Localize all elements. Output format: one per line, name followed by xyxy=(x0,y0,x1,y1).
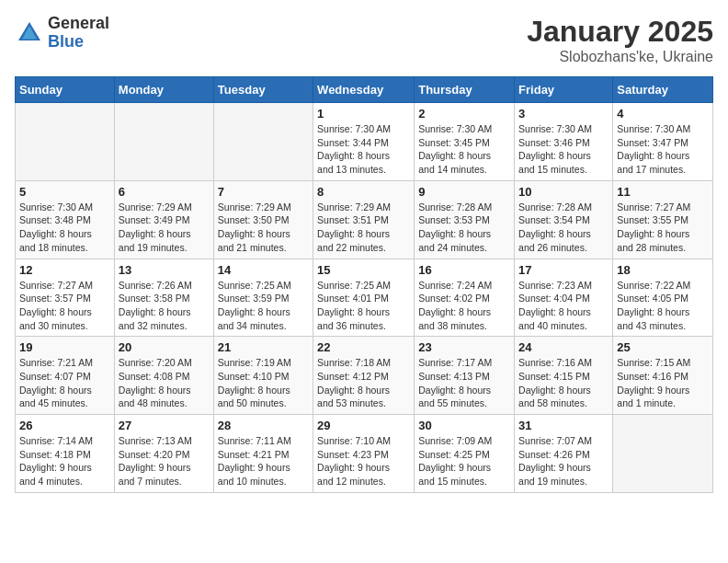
logo: General Blue xyxy=(15,15,109,52)
day-info: Sunrise: 7:30 AM Sunset: 3:47 PM Dayligh… xyxy=(617,122,709,177)
day-info: Sunrise: 7:22 AM Sunset: 4:05 PM Dayligh… xyxy=(617,279,709,333)
day-info: Sunrise: 7:26 AM Sunset: 3:58 PM Dayligh… xyxy=(119,279,210,333)
calendar-cell: 20Sunrise: 7:20 AM Sunset: 4:08 PM Dayli… xyxy=(114,337,213,415)
day-number: 8 xyxy=(317,185,410,199)
calendar-table: SundayMondayTuesdayWednesdayThursdayFrid… xyxy=(15,76,713,493)
calendar-cell: 22Sunrise: 7:18 AM Sunset: 4:12 PM Dayli… xyxy=(313,337,415,415)
calendar-cell: 24Sunrise: 7:16 AM Sunset: 4:15 PM Dayli… xyxy=(515,337,613,415)
logo-general: General xyxy=(48,15,109,33)
day-info: Sunrise: 7:16 AM Sunset: 4:15 PM Dayligh… xyxy=(518,356,609,410)
calendar-cell: 26Sunrise: 7:14 AM Sunset: 4:18 PM Dayli… xyxy=(16,415,115,493)
day-info: Sunrise: 7:28 AM Sunset: 3:54 PM Dayligh… xyxy=(518,201,609,255)
day-number: 5 xyxy=(19,185,110,199)
day-info: Sunrise: 7:29 AM Sunset: 3:50 PM Dayligh… xyxy=(218,201,309,255)
day-number: 31 xyxy=(518,419,609,432)
day-number: 10 xyxy=(518,185,609,199)
calendar-cell: 11Sunrise: 7:27 AM Sunset: 3:55 PM Dayli… xyxy=(613,180,713,259)
calendar-cell: 19Sunrise: 7:21 AM Sunset: 4:07 PM Dayli… xyxy=(16,337,115,415)
calendar-cell: 2Sunrise: 7:30 AM Sunset: 3:45 PM Daylig… xyxy=(415,103,515,181)
location-subtitle: Slobozhans'ke, Ukraine xyxy=(527,49,713,65)
day-number: 15 xyxy=(317,263,410,277)
day-info: Sunrise: 7:17 AM Sunset: 4:13 PM Dayligh… xyxy=(418,356,510,410)
calendar-week-row: 1Sunrise: 7:30 AM Sunset: 3:44 PM Daylig… xyxy=(16,103,713,181)
logo-icon xyxy=(15,18,44,48)
calendar-cell: 1Sunrise: 7:30 AM Sunset: 3:44 PM Daylig… xyxy=(313,103,415,181)
day-info: Sunrise: 7:27 AM Sunset: 3:55 PM Dayligh… xyxy=(617,201,709,255)
calendar-week-row: 12Sunrise: 7:27 AM Sunset: 3:57 PM Dayli… xyxy=(16,259,713,337)
calendar-cell: 4Sunrise: 7:30 AM Sunset: 3:47 PM Daylig… xyxy=(613,103,713,181)
title-block: January 2025 Slobozhans'ke, Ukraine xyxy=(527,15,713,65)
calendar-cell: 8Sunrise: 7:29 AM Sunset: 3:51 PM Daylig… xyxy=(313,180,415,259)
day-info: Sunrise: 7:20 AM Sunset: 4:08 PM Dayligh… xyxy=(119,356,210,410)
day-info: Sunrise: 7:13 AM Sunset: 4:20 PM Dayligh… xyxy=(119,434,210,488)
calendar-cell: 25Sunrise: 7:15 AM Sunset: 4:16 PM Dayli… xyxy=(613,337,713,415)
calendar-cell xyxy=(114,103,213,181)
calendar-cell xyxy=(613,415,713,493)
day-number: 22 xyxy=(317,340,410,354)
weekday-header: Friday xyxy=(515,77,613,103)
day-number: 1 xyxy=(317,107,410,121)
month-title: January 2025 xyxy=(527,15,713,49)
day-number: 21 xyxy=(218,340,309,354)
calendar-cell: 16Sunrise: 7:24 AM Sunset: 4:02 PM Dayli… xyxy=(415,259,515,337)
weekday-header: Thursday xyxy=(415,77,515,103)
day-info: Sunrise: 7:25 AM Sunset: 4:01 PM Dayligh… xyxy=(317,279,410,333)
day-number: 25 xyxy=(617,340,709,354)
day-info: Sunrise: 7:30 AM Sunset: 3:48 PM Dayligh… xyxy=(19,201,110,255)
calendar-cell: 14Sunrise: 7:25 AM Sunset: 3:59 PM Dayli… xyxy=(213,259,313,337)
day-number: 12 xyxy=(19,263,110,277)
day-info: Sunrise: 7:29 AM Sunset: 3:49 PM Dayligh… xyxy=(119,201,210,255)
day-number: 24 xyxy=(518,340,609,354)
day-info: Sunrise: 7:25 AM Sunset: 3:59 PM Dayligh… xyxy=(218,279,309,333)
day-info: Sunrise: 7:11 AM Sunset: 4:21 PM Dayligh… xyxy=(218,434,309,488)
calendar-cell: 13Sunrise: 7:26 AM Sunset: 3:58 PM Dayli… xyxy=(114,259,213,337)
day-info: Sunrise: 7:18 AM Sunset: 4:12 PM Dayligh… xyxy=(317,356,410,410)
day-info: Sunrise: 7:30 AM Sunset: 3:44 PM Dayligh… xyxy=(317,122,410,177)
weekday-header: Monday xyxy=(114,77,213,103)
calendar-cell: 15Sunrise: 7:25 AM Sunset: 4:01 PM Dayli… xyxy=(313,259,415,337)
calendar-week-row: 5Sunrise: 7:30 AM Sunset: 3:48 PM Daylig… xyxy=(16,180,713,259)
calendar-cell: 6Sunrise: 7:29 AM Sunset: 3:49 PM Daylig… xyxy=(114,180,213,259)
day-number: 13 xyxy=(119,263,210,277)
logo-text: General Blue xyxy=(48,15,109,52)
calendar-cell: 18Sunrise: 7:22 AM Sunset: 4:05 PM Dayli… xyxy=(613,259,713,337)
calendar-cell: 30Sunrise: 7:09 AM Sunset: 4:25 PM Dayli… xyxy=(415,415,515,493)
day-number: 16 xyxy=(418,263,510,277)
day-number: 23 xyxy=(418,340,510,354)
day-number: 7 xyxy=(218,185,309,199)
day-number: 18 xyxy=(617,263,709,277)
calendar-cell: 17Sunrise: 7:23 AM Sunset: 4:04 PM Dayli… xyxy=(515,259,613,337)
calendar-cell xyxy=(213,103,313,181)
calendar-cell: 10Sunrise: 7:28 AM Sunset: 3:54 PM Dayli… xyxy=(515,180,613,259)
calendar-cell: 21Sunrise: 7:19 AM Sunset: 4:10 PM Dayli… xyxy=(213,337,313,415)
calendar-week-row: 26Sunrise: 7:14 AM Sunset: 4:18 PM Dayli… xyxy=(16,415,713,493)
calendar-cell: 23Sunrise: 7:17 AM Sunset: 4:13 PM Dayli… xyxy=(415,337,515,415)
page-header: General Blue January 2025 Slobozhans'ke,… xyxy=(15,15,713,65)
day-number: 17 xyxy=(518,263,609,277)
weekday-header: Wednesday xyxy=(313,77,415,103)
day-number: 20 xyxy=(119,340,210,354)
day-number: 26 xyxy=(19,419,110,432)
day-info: Sunrise: 7:14 AM Sunset: 4:18 PM Dayligh… xyxy=(19,434,110,488)
day-info: Sunrise: 7:28 AM Sunset: 3:53 PM Dayligh… xyxy=(418,201,510,255)
day-info: Sunrise: 7:30 AM Sunset: 3:45 PM Dayligh… xyxy=(418,122,510,177)
day-number: 6 xyxy=(119,185,210,199)
logo-blue: Blue xyxy=(48,33,109,52)
calendar-cell: 7Sunrise: 7:29 AM Sunset: 3:50 PM Daylig… xyxy=(213,180,313,259)
calendar-cell: 28Sunrise: 7:11 AM Sunset: 4:21 PM Dayli… xyxy=(213,415,313,493)
day-info: Sunrise: 7:23 AM Sunset: 4:04 PM Dayligh… xyxy=(518,279,609,333)
weekday-header: Tuesday xyxy=(213,77,313,103)
day-number: 19 xyxy=(19,340,110,354)
day-number: 2 xyxy=(418,107,510,121)
day-info: Sunrise: 7:07 AM Sunset: 4:26 PM Dayligh… xyxy=(518,434,609,488)
calendar-week-row: 19Sunrise: 7:21 AM Sunset: 4:07 PM Dayli… xyxy=(16,337,713,415)
calendar-cell: 3Sunrise: 7:30 AM Sunset: 3:46 PM Daylig… xyxy=(515,103,613,181)
day-info: Sunrise: 7:10 AM Sunset: 4:23 PM Dayligh… xyxy=(317,434,410,488)
day-number: 14 xyxy=(218,263,309,277)
day-number: 29 xyxy=(317,419,410,432)
day-info: Sunrise: 7:21 AM Sunset: 4:07 PM Dayligh… xyxy=(19,356,110,410)
day-number: 4 xyxy=(617,107,709,121)
day-number: 28 xyxy=(218,419,309,432)
calendar-cell: 9Sunrise: 7:28 AM Sunset: 3:53 PM Daylig… xyxy=(415,180,515,259)
day-info: Sunrise: 7:29 AM Sunset: 3:51 PM Dayligh… xyxy=(317,201,410,255)
